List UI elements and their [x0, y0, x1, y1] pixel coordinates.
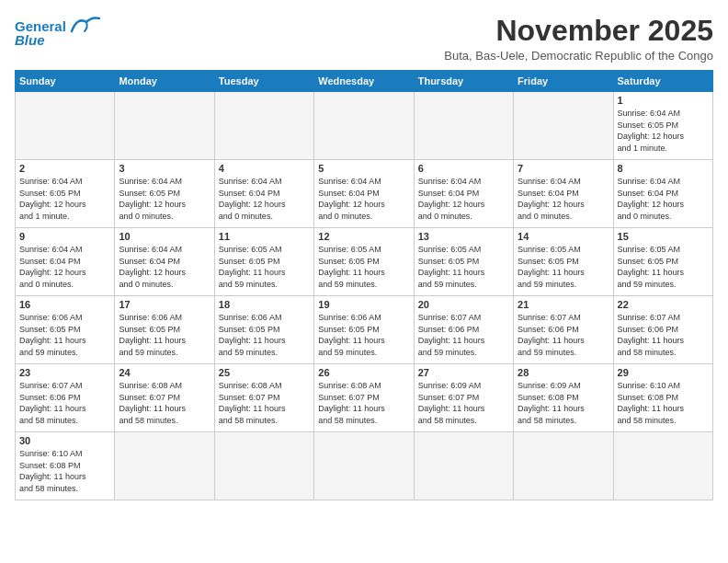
day-info: Sunrise: 6:08 AM Sunset: 6:07 PM Dayligh… [318, 380, 409, 426]
day-info: Sunrise: 6:10 AM Sunset: 6:08 PM Dayligh… [19, 448, 110, 494]
day-info: Sunrise: 6:09 AM Sunset: 6:08 PM Dayligh… [518, 380, 609, 426]
day-number: 21 [518, 299, 609, 310]
day-cell [314, 92, 414, 160]
week-row-1: 1Sunrise: 6:04 AM Sunset: 6:05 PM Daylig… [16, 92, 713, 160]
day-number: 6 [418, 163, 509, 174]
day-cell: 17Sunrise: 6:06 AM Sunset: 6:05 PM Dayli… [115, 296, 214, 364]
week-row-2: 2Sunrise: 6:04 AM Sunset: 6:05 PM Daylig… [16, 160, 713, 228]
day-cell: 3Sunrise: 6:04 AM Sunset: 6:05 PM Daylig… [115, 160, 214, 228]
day-number: 12 [318, 231, 409, 242]
week-row-3: 9Sunrise: 6:04 AM Sunset: 6:04 PM Daylig… [16, 228, 713, 296]
logo: General Blue [15, 18, 101, 49]
day-info: Sunrise: 6:05 AM Sunset: 6:05 PM Dayligh… [219, 244, 310, 290]
day-cell: 5Sunrise: 6:04 AM Sunset: 6:04 PM Daylig… [314, 160, 414, 228]
day-cell: 11Sunrise: 6:05 AM Sunset: 6:05 PM Dayli… [214, 228, 313, 296]
day-cell: 28Sunrise: 6:09 AM Sunset: 6:08 PM Dayli… [514, 364, 613, 432]
day-cell [214, 432, 313, 500]
day-cell [115, 92, 214, 160]
day-info: Sunrise: 6:07 AM Sunset: 6:06 PM Dayligh… [418, 312, 509, 358]
weekday-friday: Friday [514, 71, 613, 92]
weekday-saturday: Saturday [613, 71, 712, 92]
day-cell [16, 92, 115, 160]
day-info: Sunrise: 6:04 AM Sunset: 6:04 PM Dayligh… [418, 176, 509, 222]
day-cell: 26Sunrise: 6:08 AM Sunset: 6:07 PM Dayli… [314, 364, 414, 432]
day-number: 18 [219, 299, 310, 310]
day-cell: 30Sunrise: 6:10 AM Sunset: 6:08 PM Dayli… [16, 432, 115, 500]
day-number: 17 [119, 299, 210, 310]
subtitle: Buta, Bas-Uele, Democratic Republic of t… [444, 49, 713, 63]
day-cell: 15Sunrise: 6:05 AM Sunset: 6:05 PM Dayli… [613, 228, 712, 296]
logo-blue: Blue [15, 33, 45, 49]
day-number: 24 [119, 367, 210, 378]
day-cell: 7Sunrise: 6:04 AM Sunset: 6:04 PM Daylig… [514, 160, 613, 228]
day-info: Sunrise: 6:05 AM Sunset: 6:05 PM Dayligh… [318, 244, 409, 290]
title-block: November 2025 Buta, Bas-Uele, Democratic… [444, 15, 713, 63]
day-info: Sunrise: 6:05 AM Sunset: 6:05 PM Dayligh… [618, 244, 709, 290]
week-row-5: 23Sunrise: 6:07 AM Sunset: 6:06 PM Dayli… [16, 364, 713, 432]
day-cell: 1Sunrise: 6:04 AM Sunset: 6:05 PM Daylig… [613, 92, 712, 160]
calendar-table: SundayMondayTuesdayWednesdayThursdayFrid… [15, 70, 713, 500]
day-number: 30 [19, 435, 110, 446]
day-info: Sunrise: 6:04 AM Sunset: 6:04 PM Dayligh… [19, 244, 110, 290]
day-cell [514, 432, 613, 500]
day-info: Sunrise: 6:05 AM Sunset: 6:05 PM Dayligh… [518, 244, 609, 290]
day-cell: 10Sunrise: 6:04 AM Sunset: 6:04 PM Dayli… [115, 228, 214, 296]
day-number: 22 [618, 299, 709, 310]
weekday-tuesday: Tuesday [214, 71, 313, 92]
day-info: Sunrise: 6:08 AM Sunset: 6:07 PM Dayligh… [219, 380, 310, 426]
day-number: 3 [119, 163, 210, 174]
day-cell: 9Sunrise: 6:04 AM Sunset: 6:04 PM Daylig… [16, 228, 115, 296]
day-cell: 19Sunrise: 6:06 AM Sunset: 6:05 PM Dayli… [314, 296, 414, 364]
day-info: Sunrise: 6:04 AM Sunset: 6:05 PM Dayligh… [19, 176, 110, 222]
month-title: November 2025 [444, 15, 713, 47]
day-cell [414, 92, 513, 160]
day-cell [414, 432, 513, 500]
day-info: Sunrise: 6:06 AM Sunset: 6:05 PM Dayligh… [19, 312, 110, 358]
day-info: Sunrise: 6:04 AM Sunset: 6:04 PM Dayligh… [318, 176, 409, 222]
day-cell: 25Sunrise: 6:08 AM Sunset: 6:07 PM Dayli… [214, 364, 313, 432]
day-info: Sunrise: 6:08 AM Sunset: 6:07 PM Dayligh… [119, 380, 210, 426]
day-info: Sunrise: 6:04 AM Sunset: 6:04 PM Dayligh… [518, 176, 609, 222]
day-number: 8 [618, 163, 709, 174]
day-number: 26 [318, 367, 409, 378]
day-cell: 21Sunrise: 6:07 AM Sunset: 6:06 PM Dayli… [514, 296, 613, 364]
day-number: 1 [618, 95, 709, 106]
weekday-monday: Monday [115, 71, 214, 92]
day-info: Sunrise: 6:04 AM Sunset: 6:05 PM Dayligh… [618, 108, 709, 154]
day-cell: 8Sunrise: 6:04 AM Sunset: 6:04 PM Daylig… [613, 160, 712, 228]
day-number: 29 [618, 367, 709, 378]
day-number: 9 [19, 231, 110, 242]
day-info: Sunrise: 6:09 AM Sunset: 6:07 PM Dayligh… [418, 380, 509, 426]
day-cell: 24Sunrise: 6:08 AM Sunset: 6:07 PM Dayli… [115, 364, 214, 432]
day-number: 11 [219, 231, 310, 242]
day-info: Sunrise: 6:06 AM Sunset: 6:05 PM Dayligh… [318, 312, 409, 358]
day-cell: 27Sunrise: 6:09 AM Sunset: 6:07 PM Dayli… [414, 364, 513, 432]
day-cell: 4Sunrise: 6:04 AM Sunset: 6:04 PM Daylig… [214, 160, 313, 228]
day-cell: 13Sunrise: 6:05 AM Sunset: 6:05 PM Dayli… [414, 228, 513, 296]
day-number: 19 [318, 299, 409, 310]
header: General Blue November 2025 Buta, Bas-Uel… [15, 15, 713, 63]
day-number: 20 [418, 299, 509, 310]
day-cell: 2Sunrise: 6:04 AM Sunset: 6:05 PM Daylig… [16, 160, 115, 228]
day-cell [514, 92, 613, 160]
day-number: 16 [19, 299, 110, 310]
page: General Blue November 2025 Buta, Bas-Uel… [0, 0, 728, 510]
day-cell: 6Sunrise: 6:04 AM Sunset: 6:04 PM Daylig… [414, 160, 513, 228]
day-number: 27 [418, 367, 509, 378]
day-cell: 23Sunrise: 6:07 AM Sunset: 6:06 PM Dayli… [16, 364, 115, 432]
day-info: Sunrise: 6:07 AM Sunset: 6:06 PM Dayligh… [618, 312, 709, 358]
day-number: 14 [518, 231, 609, 242]
day-number: 15 [618, 231, 709, 242]
day-number: 4 [219, 163, 310, 174]
day-cell [613, 432, 712, 500]
day-cell: 29Sunrise: 6:10 AM Sunset: 6:08 PM Dayli… [613, 364, 712, 432]
weekday-wednesday: Wednesday [314, 71, 414, 92]
week-row-4: 16Sunrise: 6:06 AM Sunset: 6:05 PM Dayli… [16, 296, 713, 364]
day-number: 28 [518, 367, 609, 378]
day-number: 5 [318, 163, 409, 174]
day-info: Sunrise: 6:05 AM Sunset: 6:05 PM Dayligh… [418, 244, 509, 290]
day-info: Sunrise: 6:06 AM Sunset: 6:05 PM Dayligh… [219, 312, 310, 358]
day-number: 23 [19, 367, 110, 378]
weekday-sunday: Sunday [16, 71, 115, 92]
day-info: Sunrise: 6:06 AM Sunset: 6:05 PM Dayligh… [119, 312, 210, 358]
